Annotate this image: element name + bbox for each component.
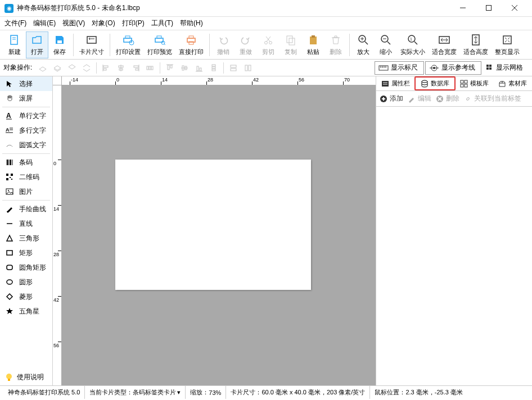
canvas-area: -14 0 14 28 42 56 70 0 14 28 42 56 [53,76,376,385]
same-height-icon[interactable] [242,62,254,74]
tool-single-text[interactable]: A单行文字 [0,108,52,123]
show-grid-button[interactable]: 显示网格 [483,61,529,75]
vertical-ruler[interactable]: 0 14 28 42 56 [53,85,62,385]
tool-pan[interactable]: 滚屏 [0,91,52,106]
align-top-icon[interactable] [164,62,176,74]
tab-properties[interactable]: 属性栏 [376,76,414,90]
x-circle-icon [436,95,444,103]
fit-height-button[interactable]: 适合高度 [460,31,492,58]
label-page[interactable] [115,160,311,290]
design-canvas[interactable] [62,85,376,385]
menu-view[interactable]: 视图(V) [62,19,85,28]
show-guides-button[interactable]: 显示参考线 [425,61,481,75]
app-icon: ◉ [4,4,13,13]
tool-multi-text[interactable]: A多行文字 [0,123,52,138]
tool-freehand[interactable]: 手绘曲线 [0,202,52,216]
align-bottom-icon[interactable] [193,62,205,74]
minimize-button[interactable] [450,0,476,16]
new-button[interactable]: 新建 [3,31,26,58]
layer-mid-icon[interactable] [51,62,64,74]
menu-print[interactable]: 打印(P) [122,19,145,28]
tool-diamond[interactable]: 菱形 [0,289,52,304]
tab-assets[interactable]: 素材库 [494,76,532,90]
align-center-v-icon[interactable] [178,62,191,74]
maximize-button[interactable] [476,0,502,16]
close-button[interactable] [502,0,528,16]
roundrect-icon [4,263,15,271]
delete-button[interactable]: 删除 [324,31,347,58]
list-icon [381,80,389,88]
svg-rect-53 [168,65,169,70]
card-size-button[interactable]: 卡片尺寸 [76,31,107,58]
svg-rect-67 [249,65,251,71]
fit-width-button[interactable]: 适合宽度 [429,31,460,58]
svg-rect-110 [461,84,463,87]
layer-down-icon[interactable] [66,62,78,74]
layer-bottom-icon[interactable] [80,62,93,74]
ruler-icon [378,64,389,72]
menu-object[interactable]: 对象(O) [92,19,115,28]
horizontal-ruler[interactable]: -14 0 14 28 42 56 70 [62,76,376,85]
svg-rect-92 [11,174,13,176]
menu-tool[interactable]: 工具(T) [151,19,173,28]
menu-edit[interactable]: 编辑(E) [33,19,56,28]
svg-rect-62 [212,67,215,69]
cursor-icon [4,80,15,88]
tool-barcode[interactable]: 条码 [0,155,52,170]
menu-file[interactable]: 文件(F) [4,19,26,28]
svg-point-19 [265,42,268,44]
save-button[interactable]: 保存 [48,31,71,58]
undo-button[interactable]: 撤销 [212,31,235,58]
zoom-out-button[interactable]: 缩小 [375,31,397,58]
svg-line-28 [365,42,368,44]
tool-roundrect[interactable]: 圆角矩形 [0,260,52,275]
svg-rect-41 [103,66,108,67]
ellipse-icon [4,278,15,286]
tool-ellipse[interactable]: 圆形 [0,275,52,289]
add-action[interactable]: 添加 [380,94,403,103]
svg-rect-65 [231,69,236,71]
direct-print-button[interactable]: 直接打印 [175,31,207,58]
database-panel-body [376,107,532,385]
cut-button[interactable]: 剪切 [257,31,279,58]
tool-image[interactable]: 图片 [0,184,52,199]
link-action[interactable]: 关联到当前标签 [464,94,521,103]
align-right-icon[interactable] [129,62,142,74]
fit-page-button[interactable]: 整页显示 [492,31,523,58]
dist-v-icon[interactable] [208,62,220,74]
menu-help[interactable]: 帮助(H) [180,19,203,28]
tool-arc-text[interactable]: 圆弧文字 [0,138,52,152]
tab-templates[interactable]: 模板库 [456,76,494,90]
actual-size-button[interactable]: 1实际大小 [397,31,429,58]
print-settings-button[interactable]: 打印设置 [112,31,144,58]
delete-action[interactable]: 删除 [436,94,459,103]
svg-rect-100 [7,265,12,270]
right-panel: 属性栏 数据库 模板库 素材库 添加 编辑 [376,76,532,385]
tool-rect[interactable]: 矩形 [0,246,52,260]
tool-select[interactable]: 选择 [0,76,52,91]
print-preview-button[interactable]: 打印预览 [144,31,175,58]
open-button[interactable]: 打开 [26,31,48,58]
svg-rect-7 [57,40,62,43]
copy-button[interactable]: 复制 [279,31,302,58]
show-ruler-button[interactable]: 显示标尺 [375,61,424,75]
align-center-h-icon[interactable] [115,62,127,74]
tool-qrcode[interactable]: 二维码 [0,170,52,184]
layer-up-icon[interactable] [37,62,49,74]
tab-database[interactable]: 数据库 [414,76,455,90]
arc-text-icon [4,141,15,149]
edit-action[interactable]: 编辑 [408,94,431,103]
template-icon [460,80,468,88]
dist-h-icon[interactable] [144,62,156,74]
align-left-icon[interactable] [100,62,112,74]
same-width-icon[interactable] [227,62,240,74]
paste-button[interactable]: 粘贴 [302,31,324,58]
zoom-in-button[interactable]: 放大 [352,31,375,58]
tool-triangle[interactable]: 三角形 [0,231,52,246]
help-guide-button[interactable]: 使用说明 [0,369,52,385]
svg-rect-51 [151,66,153,70]
redo-button[interactable]: 重做 [235,31,257,58]
tool-star[interactable]: 五角星 [0,304,52,319]
svg-rect-48 [136,69,138,70]
tool-line[interactable]: 直线 [0,216,52,231]
